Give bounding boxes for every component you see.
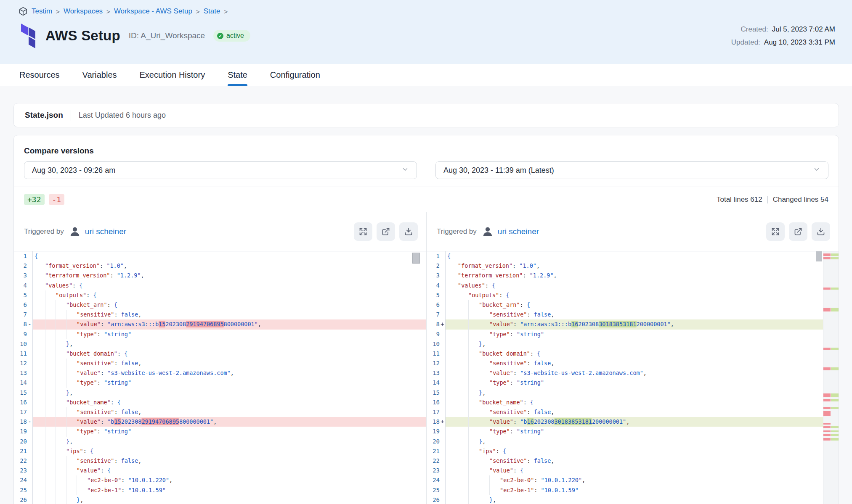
indent-guide xyxy=(45,368,45,378)
indent-guide xyxy=(468,407,469,417)
code-line: 14"type": "string" xyxy=(427,378,839,388)
indent-guide xyxy=(45,466,45,475)
indent-guide xyxy=(56,330,56,339)
code-line: 4"values": { xyxy=(14,281,426,290)
indent-guide xyxy=(56,378,56,388)
code-line: 6"bucket_arn": { xyxy=(427,300,839,310)
indent-guide xyxy=(56,359,56,368)
indent-guide xyxy=(56,300,56,310)
download-button[interactable] xyxy=(399,222,418,241)
compare-versions-label: Compare versions xyxy=(24,146,828,156)
code-editor-right: 1{2"format_version": "1.0",3"terraform_v… xyxy=(427,251,839,504)
tab-execution-history[interactable]: Execution History xyxy=(140,64,205,86)
indent-guide xyxy=(458,300,458,310)
indent-guide xyxy=(468,427,469,436)
expand-button[interactable] xyxy=(354,222,372,241)
timestamps: Created: Jul 5, 2023 7:02 AM Updated: Au… xyxy=(731,25,835,47)
expand-button[interactable] xyxy=(766,222,785,241)
indent-guide xyxy=(468,368,469,378)
indent-guide xyxy=(479,310,479,319)
code-line: 2"format_version": "1.0", xyxy=(427,261,839,271)
indent-guide xyxy=(56,427,56,436)
breadcrumb-link-testim[interactable]: Testim xyxy=(32,7,52,16)
indent-guide xyxy=(66,319,66,329)
code-lines-left: 1{2"format_version": "1.0",3"terraform_v… xyxy=(14,251,426,504)
diff-mark xyxy=(823,308,839,311)
code-line: 9"type": "string" xyxy=(14,330,426,339)
code-editor-left: 1{2"format_version": "1.0",3"terraform_v… xyxy=(14,251,426,504)
code-line: 1{ xyxy=(427,251,839,261)
indent-guide xyxy=(45,330,45,339)
indent-guide xyxy=(56,495,56,504)
indent-guide xyxy=(458,310,458,319)
compare-versions-section: Compare versions Aug 30, 2023 - 09:26 am… xyxy=(14,135,839,187)
indent-guide xyxy=(468,310,469,319)
diff-mark xyxy=(823,257,839,259)
indent-guide xyxy=(77,475,77,485)
diff-mark xyxy=(823,407,839,409)
pane-header-left: Triggered by uri scheiner xyxy=(14,212,426,251)
tab-configuration[interactable]: Configuration xyxy=(270,64,320,86)
indent-guide xyxy=(45,398,45,407)
version-b-dropdown[interactable]: Aug 30, 2023 - 11:39 am (Latest) xyxy=(435,161,828,179)
indent-guide xyxy=(489,475,490,485)
breadcrumb-link-workspace-aws-setup[interactable]: Workspace - AWS Setup xyxy=(114,7,192,16)
breadcrumb-link-state[interactable]: State xyxy=(204,7,220,16)
indent-guide xyxy=(458,359,458,368)
diff-mark xyxy=(823,423,839,425)
triggered-by-user-right[interactable]: uri scheiner xyxy=(498,227,539,236)
tab-variables[interactable]: Variables xyxy=(82,64,117,86)
scrollbar-thumb[interactable] xyxy=(816,251,822,261)
code-line: 20}, xyxy=(427,437,839,446)
state-last-updated: Last Updated 6 hours ago xyxy=(79,111,166,120)
code-line: 16"bucket_name": { xyxy=(427,398,839,407)
code-line: 26}, xyxy=(427,495,839,504)
indent-guide xyxy=(45,349,45,359)
indent-guide xyxy=(56,486,56,495)
indent-guide xyxy=(458,475,458,485)
code-line: 13"value": "s3-website-us-west-2.amazona… xyxy=(427,368,839,378)
scrollbar-thumb[interactable] xyxy=(412,253,420,264)
indent-guide xyxy=(45,310,45,319)
indent-guide xyxy=(45,456,45,466)
changed-lines: Changed lines 54 xyxy=(773,195,828,204)
breadcrumb-link-workspaces[interactable]: Workspaces xyxy=(64,7,103,16)
indent-guide xyxy=(489,486,490,495)
tab-resources[interactable]: Resources xyxy=(19,64,60,86)
code-line: 9"type": "string" xyxy=(427,330,839,339)
indent-guide xyxy=(468,495,469,504)
download-button[interactable] xyxy=(812,222,830,241)
indent-guide xyxy=(468,417,469,427)
indent-guide xyxy=(468,446,469,456)
indent-guide xyxy=(458,495,458,504)
indent-guide xyxy=(56,339,56,349)
indent-guide xyxy=(468,339,469,349)
indent-guide xyxy=(66,417,66,427)
indent-guide xyxy=(56,446,56,456)
tab-state[interactable]: State xyxy=(228,64,247,86)
updated-label: Updated: xyxy=(731,38,760,47)
diff-mark xyxy=(823,430,839,432)
open-external-button[interactable] xyxy=(377,222,395,241)
indent-guide xyxy=(56,456,56,466)
indent-guide xyxy=(479,407,479,417)
code-line: 1{ xyxy=(14,251,426,261)
code-line: 23"value": { xyxy=(427,466,839,475)
triggered-by-user-left[interactable]: uri scheiner xyxy=(85,227,126,236)
terraform-logo xyxy=(20,23,36,49)
indent-guide xyxy=(479,466,479,475)
code-line: 5"outputs": { xyxy=(14,290,426,300)
indent-guide xyxy=(66,466,66,475)
diff-mark xyxy=(823,399,839,401)
open-external-button[interactable] xyxy=(789,222,807,241)
code-line: 7"sensitive": false, xyxy=(427,310,839,319)
indent-guide xyxy=(66,310,66,319)
version-a-dropdown[interactable]: Aug 30, 2023 - 09:26 am xyxy=(24,161,417,179)
breadcrumb-separator: > xyxy=(106,8,110,15)
line-totals: Total lines 612 Changed lines 54 xyxy=(717,195,828,204)
indent-guide xyxy=(66,359,66,368)
indent-guide xyxy=(56,398,56,407)
code-line: 3"terraform_version": "1.2.9", xyxy=(427,271,839,280)
code-line: 12"sensitive": false, xyxy=(14,359,426,368)
indent-guide xyxy=(479,495,479,504)
